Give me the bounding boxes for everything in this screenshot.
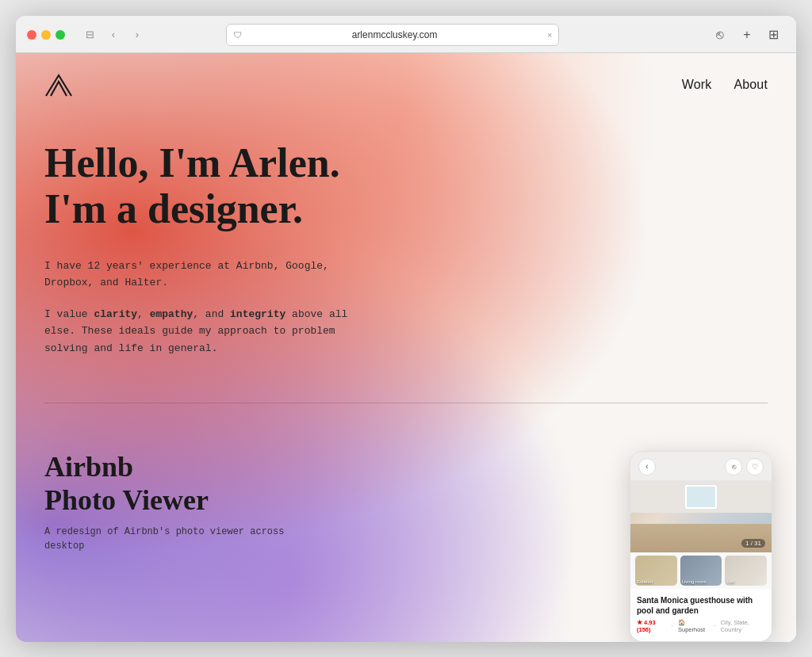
mockup-back-button[interactable]: ‹ — [638, 458, 656, 476]
mockup-top-bar: ‹ ⎋ ♡ — [630, 452, 772, 481]
hero-description-2: I value clarity, empathy, and integrity … — [44, 306, 377, 357]
mockup-listing-meta: ★ 4.93 (156) · 🏠 Superhost · City, State… — [637, 619, 765, 633]
superhost-icon: 🏠 — [678, 619, 685, 626]
mockup-main-image: 1 / 31 — [630, 481, 772, 552]
site-nav: Work About — [16, 53, 796, 117]
address-bar[interactable]: 🛡 arlenmccluskey.com × — [226, 24, 559, 46]
nav-work-link[interactable]: Work — [682, 78, 712, 92]
mockup-listing-title: Santa Monica guesthouse with pool and ga… — [637, 595, 765, 616]
address-close-icon[interactable]: × — [547, 30, 552, 40]
mockup-location: City, State, Country — [721, 619, 765, 633]
maximize-button[interactable] — [56, 30, 65, 40]
mockup-thumb-label-loft: Loft — [726, 579, 734, 584]
work-subtitle: A redesign of Airbnb's photo viewer acro… — [44, 525, 314, 553]
interior-floor — [630, 524, 772, 552]
mockup-action-buttons: ⎋ ♡ — [725, 458, 764, 476]
security-icon: 🛡 — [233, 30, 242, 40]
mockup-thumb-exterior[interactable]: Exterior — [635, 556, 677, 586]
mockup-listing-info: Santa Monica guesthouse with pool and ga… — [630, 589, 772, 641]
mockup-thumbnails: Exterior Living room Loft — [630, 552, 772, 589]
close-button[interactable] — [27, 30, 36, 40]
share-button[interactable]: ⎋ — [709, 25, 731, 44]
nav-links: Work About — [682, 78, 768, 92]
work-title: Airbnb Photo Viewer — [44, 451, 695, 517]
hero-section: Hello, I'm Arlen. I'm a designer. I have… — [16, 117, 796, 388]
hero-description-1: I have 12 years' experience at Airbnb, G… — [44, 258, 377, 292]
minimize-button[interactable] — [41, 30, 51, 40]
mockup-favorite-button[interactable]: ♡ — [746, 458, 764, 476]
mockup-rating: ★ 4.93 (156) — [637, 619, 667, 633]
browser-nav-buttons: ⊟ ‹ › — [79, 27, 147, 43]
tab-overview-button[interactable]: ⊞ — [763, 25, 785, 44]
phone-mockup: ‹ ⎋ ♡ 1 / 31 — [630, 451, 772, 642]
mockup-superhost-badge: 🏠 Superhost — [678, 619, 710, 633]
work-info: Airbnb Photo Viewer A redesign of Airbnb… — [44, 451, 695, 553]
mockup-thumb-loft[interactable]: Loft — [725, 556, 767, 586]
forward-button[interactable]: › — [127, 27, 147, 43]
url-display: arlenmccluskey.com — [247, 29, 542, 40]
site-logo[interactable] — [44, 71, 73, 99]
back-button[interactable]: ‹ — [103, 27, 124, 43]
superhost-separator: · — [672, 622, 673, 629]
nav-about-link[interactable]: About — [733, 78, 768, 92]
mockup-thumb-label-exterior: Exterior — [637, 579, 653, 584]
star-icon: ★ — [637, 619, 642, 626]
interior-window — [685, 485, 717, 509]
browser-window: ⊟ ‹ › 🛡 arlenmccluskey.com × ⎋ + ⊞ — [16, 16, 796, 642]
browser-chrome: ⊟ ‹ › 🛡 arlenmccluskey.com × ⎋ + ⊞ — [16, 16, 796, 53]
phone-mockup-container: ‹ ⎋ ♡ 1 / 31 — [630, 451, 772, 642]
mockup-image-counter: 1 / 31 — [741, 539, 765, 548]
browser-toolbar-right: ⎋ + ⊞ — [709, 25, 785, 44]
mockup-share-button[interactable]: ⎋ — [725, 458, 742, 476]
sidebar-toggle-button[interactable]: ⊟ — [79, 27, 100, 43]
mockup-thumb-living[interactable]: Living room — [680, 556, 722, 586]
location-separator: · — [714, 622, 716, 629]
mockup-thumb-label-living: Living room — [682, 579, 707, 584]
website-content: Work About Hello, I'm Arlen. I'm a desig… — [16, 53, 796, 642]
traffic-lights — [27, 30, 65, 40]
hero-title: Hello, I'm Arlen. I'm a designer. — [44, 140, 768, 232]
section-divider — [44, 403, 768, 403]
new-tab-button[interactable]: + — [736, 25, 758, 44]
